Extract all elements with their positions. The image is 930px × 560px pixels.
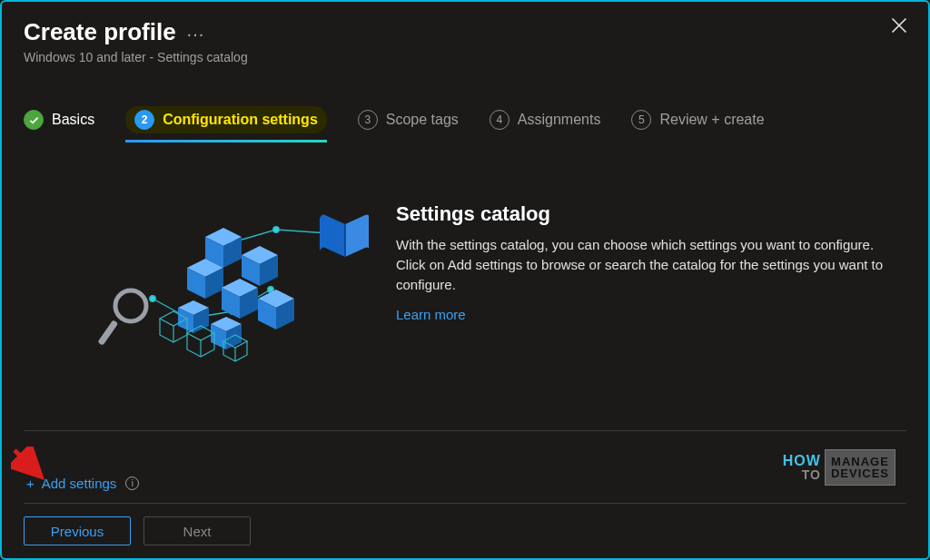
step-configuration-settings[interactable]: 2 Configuration settings (125, 106, 327, 133)
step-label: Scope tags (386, 112, 459, 128)
step-review-create[interactable]: 5 Review + create (631, 110, 764, 130)
checkmark-icon (24, 110, 44, 130)
info-icon[interactable]: i (125, 476, 139, 490)
plus-icon: + (26, 476, 35, 491)
step-assignments[interactable]: 4 Assignments (490, 110, 601, 130)
previous-button[interactable]: Previous (24, 516, 131, 545)
svg-point-2 (115, 290, 146, 321)
more-icon[interactable]: ··· (187, 20, 205, 44)
main-content: Settings catalog With the settings catal… (24, 201, 906, 364)
add-settings-button[interactable]: + Add settings i (26, 476, 139, 491)
step-number-icon: 3 (358, 110, 378, 130)
wizard-steps: Basics 2 Configuration settings 3 Scope … (24, 106, 906, 139)
svg-line-45 (15, 450, 38, 474)
step-label: Basics (52, 112, 94, 128)
divider (24, 503, 906, 504)
step-label: Review + create (659, 112, 764, 128)
add-settings-label: Add settings (42, 476, 117, 491)
svg-point-16 (150, 296, 155, 301)
svg-rect-3 (97, 319, 118, 346)
footer-buttons: Previous Next (24, 516, 251, 545)
step-number-icon: 5 (631, 110, 651, 130)
section-body: With the settings catalog, you can choos… (396, 235, 886, 294)
create-profile-panel: Create profile ··· Windows 10 and later … (0, 0, 930, 560)
next-button[interactable]: Next (143, 516, 251, 545)
step-label: Assignments (518, 112, 601, 128)
step-label: Configuration settings (163, 112, 318, 128)
section-heading: Settings catalog (396, 202, 886, 226)
step-basics[interactable]: Basics (24, 110, 94, 130)
close-icon[interactable] (890, 16, 912, 38)
step-scope-tags[interactable]: 3 Scope tags (358, 110, 459, 130)
page-title: Create profile (24, 18, 176, 46)
catalog-illustration-icon (96, 201, 369, 364)
divider (24, 430, 906, 431)
learn-more-link[interactable]: Learn more (396, 307, 466, 322)
watermark-logo: HOW TO MANAGE DEVICES (783, 449, 895, 486)
svg-point-14 (273, 227, 279, 232)
step-number-icon: 4 (490, 110, 510, 130)
page-subtitle: Windows 10 and later - Settings catalog (24, 50, 906, 64)
step-number-icon: 2 (134, 110, 154, 130)
